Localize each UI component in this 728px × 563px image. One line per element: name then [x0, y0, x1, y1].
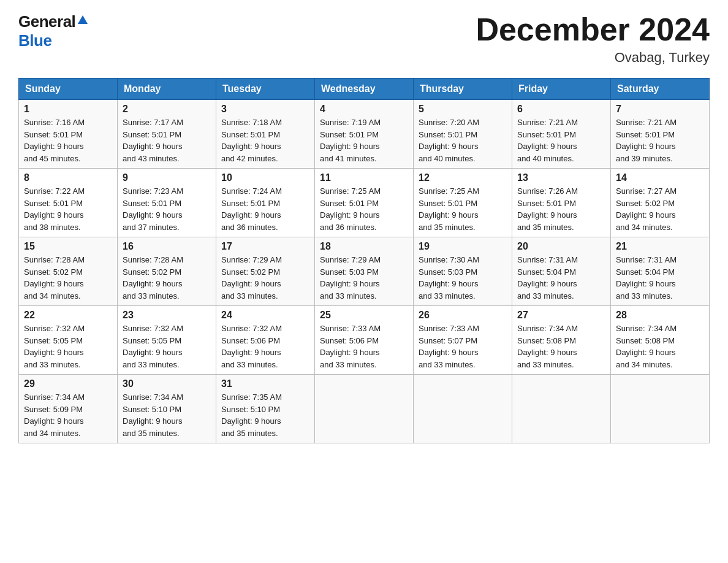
calendar-cell: 25Sunrise: 7:33 AMSunset: 5:06 PMDayligh… [315, 306, 414, 375]
calendar-cell: 11Sunrise: 7:25 AMSunset: 5:01 PMDayligh… [315, 169, 414, 237]
logo-text: General Blue [18, 12, 89, 50]
calendar-cell: 20Sunrise: 7:31 AMSunset: 5:04 PMDayligh… [512, 237, 611, 306]
day-number: 24 [221, 310, 309, 321]
calendar-cell: 1Sunrise: 7:16 AMSunset: 5:01 PMDaylight… [19, 100, 118, 169]
day-number: 9 [123, 172, 211, 183]
day-info: Sunrise: 7:29 AMSunset: 5:03 PMDaylight:… [320, 254, 408, 302]
col-header-friday: Friday [512, 79, 611, 100]
col-header-tuesday: Tuesday [216, 79, 315, 100]
day-info: Sunrise: 7:25 AMSunset: 5:01 PMDaylight:… [419, 185, 507, 233]
month-title: December 2024 [476, 12, 710, 47]
calendar-cell: 14Sunrise: 7:27 AMSunset: 5:02 PMDayligh… [611, 169, 710, 237]
day-number: 4 [320, 104, 408, 115]
week-row-3: 15Sunrise: 7:28 AMSunset: 5:02 PMDayligh… [19, 237, 710, 306]
day-info: Sunrise: 7:34 AMSunset: 5:09 PMDaylight:… [24, 391, 112, 439]
calendar-cell: 12Sunrise: 7:25 AMSunset: 5:01 PMDayligh… [414, 169, 512, 237]
day-info: Sunrise: 7:17 AMSunset: 5:01 PMDaylight:… [123, 117, 211, 164]
page-header: General Blue December 2024 Ovabag, Turke… [18, 12, 710, 66]
day-info: Sunrise: 7:30 AMSunset: 5:03 PMDaylight:… [419, 254, 507, 302]
day-number: 14 [616, 172, 704, 183]
day-info: Sunrise: 7:33 AMSunset: 5:06 PMDaylight:… [320, 323, 408, 370]
day-info: Sunrise: 7:32 AMSunset: 5:05 PMDaylight:… [24, 323, 112, 370]
calendar-cell: 2Sunrise: 7:17 AMSunset: 5:01 PMDaylight… [118, 100, 216, 169]
col-header-thursday: Thursday [414, 79, 512, 100]
day-info: Sunrise: 7:29 AMSunset: 5:02 PMDaylight:… [221, 254, 309, 302]
day-number: 11 [320, 172, 408, 183]
day-info: Sunrise: 7:28 AMSunset: 5:02 PMDaylight:… [24, 254, 112, 302]
title-block: December 2024 Ovabag, Turkey [476, 12, 710, 66]
day-number: 7 [616, 104, 704, 115]
day-info: Sunrise: 7:19 AMSunset: 5:01 PMDaylight:… [320, 117, 408, 164]
day-number: 6 [517, 104, 605, 115]
day-number: 21 [616, 241, 704, 252]
day-info: Sunrise: 7:26 AMSunset: 5:01 PMDaylight:… [517, 185, 605, 233]
calendar-cell: 13Sunrise: 7:26 AMSunset: 5:01 PMDayligh… [512, 169, 611, 237]
calendar-cell [611, 375, 710, 443]
col-header-sunday: Sunday [19, 79, 118, 100]
day-info: Sunrise: 7:22 AMSunset: 5:01 PMDaylight:… [24, 185, 112, 233]
calendar-cell: 30Sunrise: 7:34 AMSunset: 5:10 PMDayligh… [118, 375, 216, 443]
day-number: 26 [419, 310, 507, 321]
calendar-cell: 23Sunrise: 7:32 AMSunset: 5:05 PMDayligh… [118, 306, 216, 375]
col-header-saturday: Saturday [611, 79, 710, 100]
day-info: Sunrise: 7:31 AMSunset: 5:04 PMDaylight:… [517, 254, 605, 302]
day-info: Sunrise: 7:27 AMSunset: 5:02 PMDaylight:… [616, 185, 704, 233]
logo-triangle-icon [77, 13, 89, 26]
day-number: 28 [616, 310, 704, 321]
day-info: Sunrise: 7:16 AMSunset: 5:01 PMDaylight:… [24, 117, 112, 164]
calendar-cell: 3Sunrise: 7:18 AMSunset: 5:01 PMDaylight… [216, 100, 315, 169]
day-number: 8 [24, 172, 112, 183]
calendar-cell: 10Sunrise: 7:24 AMSunset: 5:01 PMDayligh… [216, 169, 315, 237]
day-info: Sunrise: 7:32 AMSunset: 5:05 PMDaylight:… [123, 323, 211, 370]
col-header-wednesday: Wednesday [315, 79, 414, 100]
day-number: 13 [517, 172, 605, 183]
day-number: 23 [123, 310, 211, 321]
day-number: 12 [419, 172, 507, 183]
calendar-cell [512, 375, 611, 443]
calendar-cell: 5Sunrise: 7:20 AMSunset: 5:01 PMDaylight… [414, 100, 512, 169]
day-info: Sunrise: 7:23 AMSunset: 5:01 PMDaylight:… [123, 185, 211, 233]
day-info: Sunrise: 7:28 AMSunset: 5:02 PMDaylight:… [123, 254, 211, 302]
calendar-cell: 8Sunrise: 7:22 AMSunset: 5:01 PMDaylight… [19, 169, 118, 237]
day-info: Sunrise: 7:25 AMSunset: 5:01 PMDaylight:… [320, 185, 408, 233]
calendar-cell: 18Sunrise: 7:29 AMSunset: 5:03 PMDayligh… [315, 237, 414, 306]
col-header-monday: Monday [118, 79, 216, 100]
day-info: Sunrise: 7:20 AMSunset: 5:01 PMDaylight:… [419, 117, 507, 164]
calendar-header-row: SundayMondayTuesdayWednesdayThursdayFrid… [19, 79, 710, 100]
day-number: 5 [419, 104, 507, 115]
day-number: 29 [24, 378, 112, 389]
day-number: 27 [517, 310, 605, 321]
day-number: 17 [221, 241, 309, 252]
day-info: Sunrise: 7:35 AMSunset: 5:10 PMDaylight:… [221, 391, 309, 439]
calendar-cell: 31Sunrise: 7:35 AMSunset: 5:10 PMDayligh… [216, 375, 315, 443]
calendar-cell: 7Sunrise: 7:21 AMSunset: 5:01 PMDaylight… [611, 100, 710, 169]
logo: General Blue [18, 12, 89, 50]
day-number: 25 [320, 310, 408, 321]
day-info: Sunrise: 7:31 AMSunset: 5:04 PMDaylight:… [616, 254, 704, 302]
calendar-cell: 4Sunrise: 7:19 AMSunset: 5:01 PMDaylight… [315, 100, 414, 169]
calendar-cell: 22Sunrise: 7:32 AMSunset: 5:05 PMDayligh… [19, 306, 118, 375]
week-row-2: 8Sunrise: 7:22 AMSunset: 5:01 PMDaylight… [19, 169, 710, 237]
day-info: Sunrise: 7:32 AMSunset: 5:06 PMDaylight:… [221, 323, 309, 370]
day-number: 18 [320, 241, 408, 252]
calendar-cell: 19Sunrise: 7:30 AMSunset: 5:03 PMDayligh… [414, 237, 512, 306]
day-number: 16 [123, 241, 211, 252]
location: Ovabag, Turkey [476, 50, 710, 66]
calendar-cell: 24Sunrise: 7:32 AMSunset: 5:06 PMDayligh… [216, 306, 315, 375]
day-number: 2 [123, 104, 211, 115]
calendar-cell: 6Sunrise: 7:21 AMSunset: 5:01 PMDaylight… [512, 100, 611, 169]
calendar-table: SundayMondayTuesdayWednesdayThursdayFrid… [18, 78, 710, 443]
day-number: 15 [24, 241, 112, 252]
calendar-cell: 27Sunrise: 7:34 AMSunset: 5:08 PMDayligh… [512, 306, 611, 375]
day-number: 20 [517, 241, 605, 252]
calendar-cell [315, 375, 414, 443]
day-info: Sunrise: 7:34 AMSunset: 5:08 PMDaylight:… [616, 323, 704, 370]
day-number: 3 [221, 104, 309, 115]
calendar-cell: 16Sunrise: 7:28 AMSunset: 5:02 PMDayligh… [118, 237, 216, 306]
day-number: 31 [221, 378, 309, 389]
week-row-4: 22Sunrise: 7:32 AMSunset: 5:05 PMDayligh… [19, 306, 710, 375]
calendar-cell: 21Sunrise: 7:31 AMSunset: 5:04 PMDayligh… [611, 237, 710, 306]
calendar-cell: 17Sunrise: 7:29 AMSunset: 5:02 PMDayligh… [216, 237, 315, 306]
calendar-cell: 29Sunrise: 7:34 AMSunset: 5:09 PMDayligh… [19, 375, 118, 443]
logo-blue: Blue [18, 31, 89, 50]
